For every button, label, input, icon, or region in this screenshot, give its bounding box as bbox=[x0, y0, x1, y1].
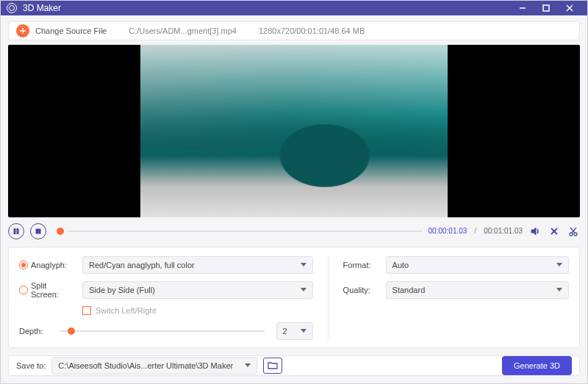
chevron-down-icon bbox=[301, 329, 306, 333]
quality-label: Quality: bbox=[343, 286, 370, 294]
total-time: 00:01:01.03 bbox=[484, 227, 523, 235]
cut-button[interactable] bbox=[567, 225, 580, 238]
source-file-path: C:/Users/ADM...gment[3].mp4 bbox=[129, 26, 237, 35]
svg-rect-1 bbox=[543, 5, 549, 11]
chevron-down-icon bbox=[556, 288, 562, 291]
volume-button[interactable] bbox=[528, 225, 542, 238]
svg-rect-6 bbox=[14, 228, 15, 234]
titlebar: 3D Maker bbox=[1, 1, 587, 15]
source-file-bar: Change Source File C:/Users/ADM...gment[… bbox=[8, 21, 580, 40]
app-icon bbox=[7, 3, 17, 13]
pause-button[interactable] bbox=[8, 223, 24, 239]
settings-panel: Anaglyph: Red/Cyan anaglyph, full color … bbox=[8, 247, 580, 348]
save-to-label: Save to: bbox=[16, 361, 46, 370]
video-preview bbox=[8, 45, 580, 217]
depth-label: Depth: bbox=[19, 327, 43, 336]
snapshot-button[interactable] bbox=[548, 225, 561, 238]
close-button[interactable] bbox=[558, 1, 581, 15]
depth-slider[interactable] bbox=[60, 330, 265, 332]
depth-knob[interactable] bbox=[68, 327, 75, 335]
app-title: 3D Maker bbox=[23, 3, 61, 13]
app-window: 3D Maker Change Source File C:/Users/ADM… bbox=[0, 0, 588, 384]
bottom-bar: Save to: C:\Aiseesoft Studio\Ais...erter… bbox=[8, 355, 580, 376]
chevron-down-icon bbox=[556, 263, 562, 267]
video-frame bbox=[140, 45, 448, 217]
switch-lr-checkbox[interactable] bbox=[82, 306, 91, 315]
quality-select[interactable]: Standard bbox=[386, 281, 569, 299]
split-screen-label: Split Screen: bbox=[31, 281, 76, 299]
add-file-button[interactable] bbox=[16, 24, 29, 37]
anaglyph-select[interactable]: Red/Cyan anaglyph, full color bbox=[82, 256, 313, 274]
chevron-down-icon bbox=[301, 263, 306, 267]
save-path-select[interactable]: C:\Aiseesoft Studio\Ais...erter Ultimate… bbox=[51, 357, 257, 374]
generate-3d-button[interactable]: Generate 3D bbox=[502, 356, 572, 375]
panel-divider bbox=[328, 256, 329, 340]
anaglyph-label: Anaglyph: bbox=[31, 261, 67, 269]
minimize-button[interactable] bbox=[511, 1, 534, 15]
svg-point-10 bbox=[570, 233, 573, 236]
timeline-track[interactable] bbox=[68, 231, 423, 232]
chevron-down-icon bbox=[301, 288, 306, 291]
format-label: Format: bbox=[343, 261, 371, 269]
depth-value-select[interactable]: 2 bbox=[276, 322, 313, 340]
chevron-down-icon bbox=[245, 363, 251, 367]
stop-button[interactable] bbox=[30, 223, 46, 239]
svg-rect-8 bbox=[36, 229, 40, 233]
source-file-info: 1280x720/00:01:01/48.64 MB bbox=[259, 26, 365, 35]
svg-point-9 bbox=[553, 231, 555, 232]
timeline-knob[interactable] bbox=[57, 228, 64, 235]
split-screen-select[interactable]: Side by Side (Full) bbox=[82, 281, 313, 299]
maximize-button[interactable] bbox=[534, 1, 558, 15]
playback-controls: 00:00:01.03/00:01:01.03 bbox=[8, 223, 580, 239]
anaglyph-radio[interactable] bbox=[19, 261, 28, 269]
open-folder-button[interactable] bbox=[263, 358, 282, 374]
switch-lr-label: Switch Left/Right bbox=[96, 306, 157, 315]
svg-point-11 bbox=[574, 233, 577, 236]
change-source-button[interactable]: Change Source File bbox=[35, 26, 107, 35]
current-time: 00:00:01.03 bbox=[429, 227, 467, 235]
svg-rect-7 bbox=[17, 228, 18, 234]
format-select[interactable]: Auto bbox=[386, 256, 569, 274]
split-screen-radio[interactable] bbox=[19, 286, 28, 294]
